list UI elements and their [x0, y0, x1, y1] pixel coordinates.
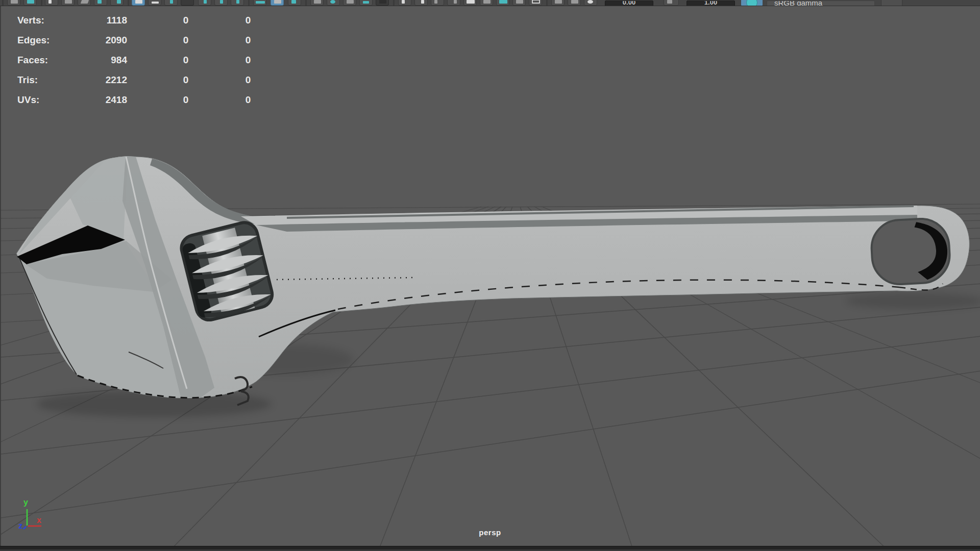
toolbar-icon-layer[interactable]: [463, 0, 477, 6]
hud-col2: 0: [169, 35, 202, 46]
toolbar-separator: [128, 0, 129, 6]
teal-ball-icon: [746, 0, 757, 6]
toolbar-icon[interactable]: [327, 0, 340, 6]
toolbar-icon-construction[interactable]: [271, 0, 284, 6]
toolbar-icon[interactable]: [343, 0, 356, 6]
toolbar-icon[interactable]: [214, 0, 228, 6]
toolbar-separator: [41, 0, 42, 6]
cursor-icon: [402, 0, 405, 4]
blank-icon: [379, 0, 386, 4]
toolbar-icon-pencil[interactable]: [78, 0, 91, 6]
hud-label: Tris:: [17, 74, 38, 86]
point-magnet-icon: [170, 0, 173, 4]
toolbar-icon-input-ops[interactable]: [253, 0, 266, 6]
exposure-field[interactable]: 0.00: [605, 1, 653, 6]
toolbar-icon[interactable]: [359, 0, 373, 6]
toolbar-icon[interactable]: [431, 0, 444, 6]
toolbar-icon-render-sphere[interactable]: [584, 0, 597, 6]
toolbar-icon[interactable]: [568, 0, 581, 6]
toolbar-icon[interactable]: [61, 0, 75, 6]
cursor-icon: [454, 0, 457, 4]
hud-total: 1118: [62, 15, 127, 26]
tool-icon: [555, 0, 562, 4]
hud-row-edges: Edges: 2090 0 0: [1, 35, 266, 47]
toolbar-icon[interactable]: [310, 0, 324, 6]
gear-icon: [27, 0, 34, 4]
hud-col3: 0: [232, 94, 264, 106]
hud-col3: 0: [232, 74, 264, 86]
toolbar-icon[interactable]: [551, 0, 565, 6]
handle-hole: [870, 217, 951, 286]
ruler-icon: [152, 2, 159, 4]
cursor-plus-icon: [421, 0, 424, 4]
toolbar-icon[interactable]: [110, 0, 124, 6]
hud-col2: 0: [169, 55, 202, 66]
hud-row-verts: Verts: 1118 0 0: [1, 15, 266, 27]
hud-total: 2212: [62, 74, 127, 86]
tool-icon: [65, 0, 72, 4]
snap-icon: [236, 0, 239, 4]
toolbar-icon-panel[interactable]: [529, 0, 542, 6]
toolbar-icon[interactable]: [288, 0, 301, 6]
layers-icon: [467, 0, 475, 4]
sphere-icon: [587, 0, 593, 4]
hud-row-tris: Tris: 2212 0 0: [1, 74, 266, 87]
viewport-panel[interactable]: Verts: 1118 0 0 Edges: 2090 0 0 Faces: 9…: [0, 6, 980, 546]
plane-magnet-icon: [204, 0, 207, 4]
view-transform-value: sRGB gamma: [774, 1, 822, 6]
circle-icon: [330, 0, 335, 4]
gamma-field[interactable]: 1.00: [687, 1, 735, 6]
exposure-value: 0.00: [623, 1, 635, 6]
camera-label[interactable]: persp: [0, 528, 980, 537]
hud-col3: 0: [232, 55, 264, 66]
snap-icon: [220, 0, 223, 4]
cursor-icon: [48, 0, 52, 4]
hud-row-uvs: UVs: 2418 0 0: [1, 94, 266, 107]
tool-icon: [571, 0, 578, 4]
layers-teal-icon: [499, 0, 507, 4]
toolbar-icon[interactable]: [231, 0, 244, 6]
diamond-icon: [256, 1, 265, 4]
gamma-icon: [667, 0, 672, 4]
hud-total: 2418: [62, 94, 127, 106]
brush-icon: [97, 0, 102, 4]
toolbar-icon[interactable]: [414, 0, 428, 6]
hud-label: Verts:: [17, 15, 44, 26]
toolbar-icon-paint[interactable]: [94, 0, 107, 6]
toolbar-button[interactable]: [881, 0, 902, 6]
toolbar-icon-snap-curve[interactable]: [148, 0, 161, 6]
tool-icon: [314, 0, 321, 4]
hud-label: Faces:: [17, 55, 48, 66]
toolbar-icon-select[interactable]: [45, 0, 58, 6]
toolbar-icon[interactable]: [376, 0, 389, 6]
bottom-panel-edge: [0, 546, 980, 551]
toolbar-icon-snap-point[interactable]: [164, 0, 178, 6]
hud-col3: 0: [232, 15, 264, 26]
toolbar-icon-snap-plane[interactable]: [198, 0, 211, 6]
x-axis-label: x: [37, 516, 41, 524]
toolbar-icon[interactable]: [447, 0, 460, 6]
hud-label: UVs:: [17, 94, 39, 106]
curve-icon: [363, 1, 369, 4]
gamma-value: 1.00: [704, 1, 717, 6]
toolbar-icon[interactable]: [480, 0, 493, 6]
hud-total: 984: [62, 55, 127, 66]
viewport-canvas[interactable]: [1, 6, 980, 546]
wrench-model[interactable]: [16, 156, 969, 405]
view-transform-dropdown[interactable]: sRGB gamma: [767, 1, 875, 6]
toolbar-icon-snap-proj[interactable]: [181, 0, 194, 6]
toolbar-icon-gamma[interactable]: [664, 0, 679, 6]
color-management-button[interactable]: [741, 0, 763, 6]
toolbar-icon[interactable]: [512, 0, 526, 6]
hud-col2: 0: [169, 94, 202, 106]
toolbar-separator: [305, 0, 307, 6]
toolbar-icon-history[interactable]: [23, 0, 37, 6]
toolbar-icon-snap-grid[interactable]: [132, 0, 145, 6]
hud-row-faces: Faces: 984 0 0: [1, 55, 266, 67]
toolbar-icon[interactable]: [7, 0, 20, 6]
toolbar-grip[interactable]: [2, 0, 4, 6]
toolbar-icon-select-obj[interactable]: [398, 0, 411, 6]
grid-magnet-icon: [135, 0, 142, 4]
pencil-icon: [81, 0, 89, 4]
toolbar-icon-anim-layer[interactable]: [496, 0, 509, 6]
